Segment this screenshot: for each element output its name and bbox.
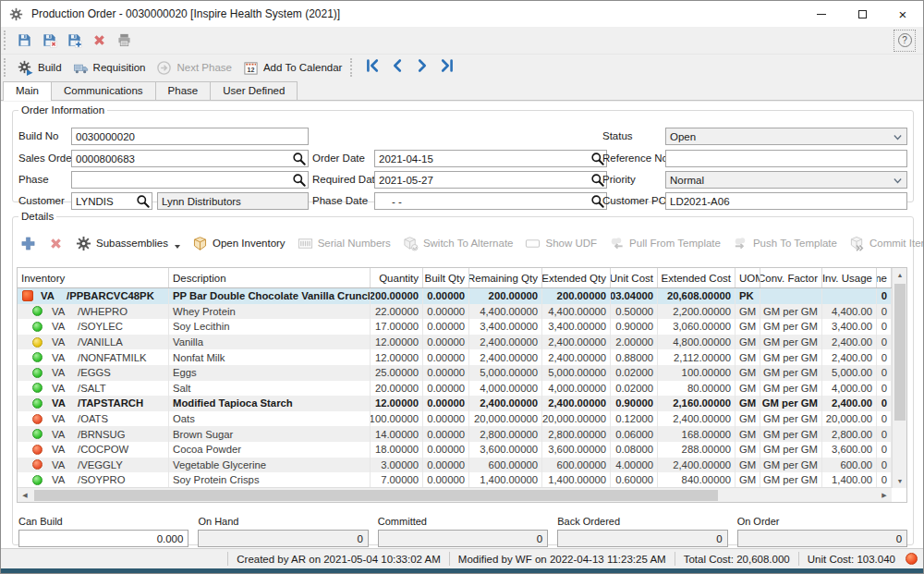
column-header-conv-factor[interactable]: Conv. Factor — [760, 268, 822, 287]
table-row[interactable]: VA/COCPOWCocoa Powder18.000000.000003,60… — [18, 442, 906, 458]
requisition-button[interactable]: Requisition — [67, 58, 152, 78]
first-record-button[interactable] — [364, 57, 381, 78]
scroll-up-icon[interactable]: ▲ — [893, 268, 907, 282]
phase-date-field[interactable]: - - — [374, 192, 607, 210]
required-date-field[interactable]: 2021-05-27 — [374, 171, 607, 189]
table-row[interactable]: VA/OATSOats100.000000.0000020,000.000002… — [18, 411, 906, 427]
ext_cost-cell: 20,608.00000 — [658, 288, 736, 304]
close-button[interactable]: × — [882, 1, 923, 27]
column-header-lead-time[interactable]: Lead Time — [877, 268, 892, 287]
subassemblies-button[interactable]: Subassemblies — [76, 236, 180, 251]
file-toolbar: ? — [1, 27, 923, 55]
lead-cell: 0 — [877, 319, 892, 335]
toolbar-gripper[interactable] — [4, 31, 8, 49]
add-to-calendar-button[interactable]: 12 Add To Calendar — [237, 58, 347, 78]
usage-cell: 20,000.00 — [822, 411, 877, 427]
print-button[interactable] — [112, 31, 137, 50]
tab-communications[interactable]: Communications — [51, 81, 156, 100]
column-header-extended-cost[interactable]: Extended Cost — [658, 268, 736, 287]
table-row[interactable]: VA/SOYLECSoy Lecithin17.000000.000003,40… — [18, 319, 906, 335]
customer-code-field[interactable]: LYNDIS — [71, 192, 152, 210]
previous-record-button[interactable] — [389, 57, 406, 78]
horizontal-scroll-thumb[interactable] — [34, 490, 718, 501]
commit-item-button: Commit Item — [849, 236, 924, 251]
priority-dropdown[interactable]: Normal — [665, 171, 907, 189]
title-bar[interactable]: Production Order - 0030000020 [Inspire H… — [1, 1, 923, 27]
ext_cost-cell: 3,060.00000 — [658, 319, 736, 335]
table-row[interactable]: VA/VEGGLYVegetable Glycerine3.000000.000… — [18, 458, 906, 473]
tab-main[interactable]: Main — [3, 81, 52, 101]
summary-value-field: 0 — [737, 530, 907, 547]
tab-phase[interactable]: Phase — [155, 81, 212, 100]
table-row[interactable]: VA/WHEPROWhey Protein22.000000.000004,40… — [18, 304, 906, 320]
horizontal-scrollbar[interactable]: ◀ ▶ — [18, 487, 892, 502]
search-icon[interactable] — [136, 194, 150, 208]
save-close-button[interactable] — [37, 31, 62, 50]
search-icon[interactable] — [292, 173, 306, 187]
scroll-right-icon[interactable]: ▶ — [877, 488, 892, 503]
column-header-inv-usage[interactable]: Inv. Usage — [822, 268, 877, 287]
search-icon[interactable] — [292, 152, 306, 165]
dropdown-caret-icon[interactable] — [175, 245, 180, 249]
customer-po-field[interactable]: LD2021-A06 — [665, 192, 907, 210]
table-row[interactable]: VA/BRNSUGBrown Sugar14.000000.000002,800… — [18, 426, 906, 442]
lead-cell: 0 — [877, 304, 892, 320]
ext_qty-cell: 2,800.00000 — [542, 426, 611, 442]
built-cell: 0.00000 — [423, 442, 469, 458]
column-header-description[interactable]: Description — [169, 268, 371, 287]
column-header-uom[interactable]: UOM — [736, 268, 760, 287]
ext_qty-cell: 200.00000 — [542, 288, 611, 304]
column-header-built-qty[interactable]: Built Qty — [423, 268, 469, 287]
order-date-field[interactable]: 2021-04-15 — [374, 150, 607, 167]
column-header-inventory[interactable]: Inventory — [18, 268, 169, 287]
toolbar-gripper[interactable] — [4, 58, 8, 77]
save-button[interactable] — [12, 31, 37, 50]
help-button[interactable]: ? — [894, 30, 916, 52]
table-row[interactable]: VA/EGGSEggs25.000000.000005,000.000005,0… — [18, 365, 906, 381]
desc-cell: Eggs — [169, 365, 371, 381]
table-row[interactable]: VA/NONFATMILKNonfat Milk12.000000.000002… — [18, 349, 906, 365]
scroll-left-icon[interactable]: ◀ — [18, 488, 32, 503]
next-record-button[interactable] — [414, 57, 431, 78]
ext_qty-cell: 2,400.00000 — [542, 335, 611, 350]
summary-value-field[interactable]: 0.000 — [18, 530, 188, 547]
ext_qty-cell: 20,000.00000 — [542, 411, 611, 427]
column-header-remaining-qty[interactable]: Remaining Qty — [469, 268, 542, 287]
uom-cell: GM — [736, 472, 760, 488]
minimize-button[interactable] — [801, 1, 842, 27]
column-header-unit-cost[interactable]: Unit Cost — [611, 268, 658, 287]
desc-cell: Soy Protein Crisps — [169, 472, 371, 488]
usage-cell: 2,800.00 — [822, 426, 877, 442]
toolbar-gripper[interactable] — [350, 58, 355, 77]
lead-cell: 0 — [877, 442, 892, 458]
last-record-button[interactable] — [439, 57, 456, 78]
phase-field[interactable] — [71, 171, 309, 189]
table-row[interactable]: VA/PPBARCVC48PKPP Bar Double Chocolate V… — [18, 288, 906, 304]
column-header-extended-qty[interactable]: Extended Qty — [542, 268, 611, 287]
pull-from-template-button-label: Pull From Template — [629, 238, 721, 249]
delete-button[interactable] — [87, 31, 112, 50]
table-row[interactable]: VA/TAPSTARCHModified Tapioca Starch12.00… — [18, 396, 906, 411]
maximize-button[interactable] — [842, 1, 882, 27]
build-no-field[interactable]: 0030000020 — [71, 128, 309, 145]
table-row[interactable]: VA/SALTSalt20.000000.000004,000.000004,0… — [18, 381, 906, 397]
table-row[interactable]: VA/VANILLAVanilla12.000000.000002,400.00… — [18, 335, 906, 350]
open-inventory-button[interactable]: Open Inventory — [192, 236, 286, 251]
build-label: Build — [38, 62, 62, 73]
save-new-button[interactable] — [62, 31, 87, 50]
scroll-down-icon[interactable]: ▼ — [893, 474, 907, 488]
table-row[interactable]: VA/SOYPROSoy Protein Crisps7.000000.0000… — [18, 472, 906, 488]
ext_qty-cell: 3,400.00000 — [542, 319, 611, 335]
desc-cell: Salt — [169, 381, 371, 397]
vertical-scroll-thumb[interactable] — [894, 284, 906, 421]
vertical-scrollbar[interactable]: ▲ ▼ — [892, 268, 906, 488]
reference-no-field[interactable] — [665, 150, 907, 167]
conv-cell: 1 GM per GM — [760, 335, 822, 350]
delete-line-button[interactable] — [48, 236, 64, 251]
sales-order-field[interactable]: 0000800683 — [71, 150, 309, 167]
status-dropdown[interactable]: Open — [665, 128, 907, 145]
build-button[interactable]: Build — [12, 58, 67, 78]
tab-user-defined[interactable]: User Defined — [210, 81, 298, 100]
add-line-button[interactable] — [20, 236, 36, 251]
column-header-quantity[interactable]: Quantity — [371, 268, 423, 287]
